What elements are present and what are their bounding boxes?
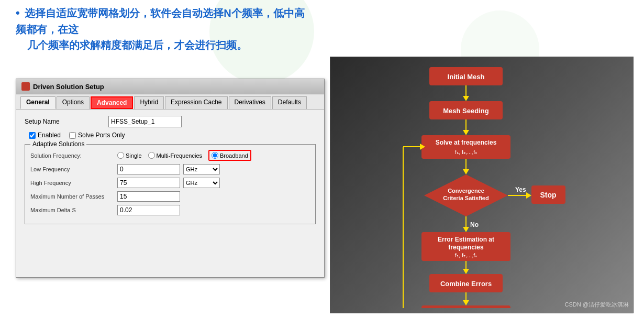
convergence-label2: Criteria Satisfied — [443, 195, 488, 201]
error-est-label3: f₁, f₂,...,fₙ — [455, 252, 478, 258]
tab-options[interactable]: Options — [57, 96, 90, 109]
radio-multi-input[interactable] — [148, 152, 155, 159]
svg-marker-7 — [526, 192, 531, 199]
mesh-refine-box — [421, 305, 510, 308]
svg-marker-1 — [463, 96, 469, 101]
tab-defaults[interactable]: Defaults — [272, 96, 307, 109]
tab-advanced[interactable]: Advanced — [91, 96, 133, 109]
dialog-title-bar: Driven Solution Setup — [16, 79, 324, 94]
intro-line1: 选择自适应宽带网格划分，软件会自动选择N个频率，低中高频都有，在这 — [16, 7, 305, 35]
setup-name-row: Setup Name — [25, 116, 316, 127]
low-freq-unit-select[interactable]: GHzMHzTHz — [183, 164, 220, 174]
low-freq-label: Low Frequency — [30, 166, 114, 172]
radio-broadband: Broadband — [208, 150, 251, 161]
svg-marker-5 — [463, 169, 469, 174]
bullet-point: • — [16, 6, 20, 19]
dialog-title-text: Driven Solution Setup — [33, 83, 104, 91]
radio-broadband-label: Broadband — [220, 152, 248, 159]
dialog-body: Setup Name Enabled Solve Ports Only Adap… — [16, 110, 324, 231]
svg-marker-9 — [463, 227, 469, 232]
radio-single-input[interactable] — [117, 152, 124, 159]
high-freq-unit-select[interactable]: GHzMHzTHz — [183, 178, 220, 188]
intro-line2: 几个频率的求解精度都满足后，才会进行扫频。 — [27, 39, 247, 51]
enabled-checkbox-item: Enabled — [29, 132, 61, 139]
high-freq-row: High Frequency GHzMHzTHz — [30, 178, 310, 188]
radio-multi-label: Multi-Frequencies — [157, 152, 202, 159]
max-delta-input[interactable] — [117, 205, 180, 215]
svg-marker-11 — [463, 269, 469, 274]
enabled-checkbox[interactable] — [29, 132, 36, 139]
solution-freq-label: Solution Frequency: — [30, 152, 114, 159]
solve-freq-sub: f₁, f₂,...,fₙ — [455, 149, 478, 155]
tab-general[interactable]: General — [20, 96, 55, 109]
convergence-label1: Convergence — [448, 188, 484, 194]
yes-label: Yes — [515, 186, 526, 193]
solve-ports-checkbox-item: Solve Ports Only — [69, 132, 125, 139]
radio-single-label: Single — [126, 152, 142, 159]
high-freq-input[interactable] — [117, 178, 180, 188]
max-passes-input[interactable] — [117, 191, 180, 202]
dialog-icon — [21, 82, 30, 91]
adaptive-solutions-group: Adaptive Solutions Solution Frequency: S… — [25, 144, 316, 224]
solve-ports-label: Solve Ports Only — [78, 132, 125, 139]
setup-name-label: Setup Name — [25, 118, 108, 125]
high-freq-label: High Frequency — [30, 180, 114, 186]
max-delta-label: Maximum Delta S — [30, 207, 114, 213]
no-label: No — [470, 221, 479, 228]
radio-multi: Multi-Frequencies — [148, 152, 202, 159]
initial-mesh-label: Initial Mesh — [448, 73, 485, 81]
max-passes-label: Maximum Number of Passes — [30, 193, 114, 200]
stop-label: Stop — [540, 191, 556, 199]
intro-text: • 选择自适应宽带网格划分，软件会自动选择N个频率，低中高频都有，在这 几个频率… — [16, 4, 309, 53]
flowchart-svg: Initial Mesh Mesh Seeding Solve at frequ… — [387, 62, 576, 308]
group-label: Adaptive Solutions — [30, 140, 86, 148]
solve-freq-label: Solve at frequencies — [436, 139, 497, 146]
setup-name-input[interactable] — [108, 116, 182, 127]
dialog-tabs: General Options Advanced Hybrid Expressi… — [16, 94, 324, 110]
radio-broadband-input[interactable] — [212, 152, 218, 159]
svg-marker-3 — [463, 130, 469, 135]
enabled-label: Enabled — [38, 132, 61, 139]
low-freq-input[interactable] — [117, 164, 180, 174]
radio-group: Single Multi-Frequencies Broadband — [117, 150, 251, 161]
max-delta-row: Maximum Delta S — [30, 205, 310, 215]
radio-single: Single — [117, 152, 142, 159]
max-passes-row: Maximum Number of Passes — [30, 191, 310, 202]
checkbox-row: Enabled Solve Ports Only — [25, 132, 316, 139]
svg-marker-13 — [463, 300, 469, 305]
dialog-driven-solution: Driven Solution Setup General Options Ad… — [16, 79, 325, 278]
watermark: CSDN @洁仔爱吃冰淇淋 — [565, 301, 629, 309]
solution-freq-row: Solution Frequency: Single Multi-Frequen… — [30, 150, 310, 161]
flowchart-area: Initial Mesh Mesh Seeding Solve at frequ… — [330, 57, 634, 313]
tab-expression-cache[interactable]: Expression Cache — [165, 96, 227, 109]
combine-errors-label: Combine Errors — [440, 280, 492, 288]
tab-derivatives[interactable]: Derivatives — [229, 96, 271, 109]
tab-hybrid[interactable]: Hybrid — [134, 96, 164, 109]
error-est-label1: Error Estimation at — [438, 236, 494, 243]
error-est-label2: frequencies — [448, 244, 484, 251]
mesh-seeding-label: Mesh Seeding — [443, 107, 488, 115]
solve-ports-checkbox[interactable] — [69, 132, 76, 139]
low-freq-row: Low Frequency GHzMHzTHz — [30, 164, 310, 174]
